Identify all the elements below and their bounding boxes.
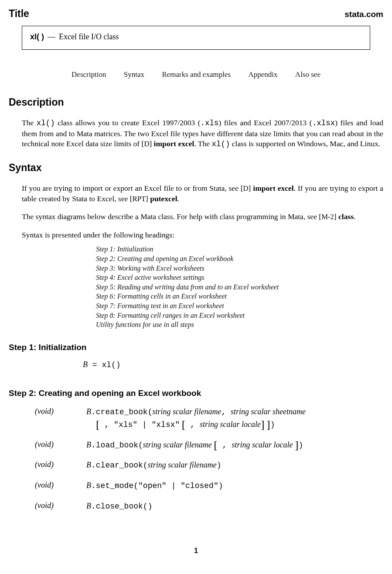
toc-step-3[interactable]: Step 3: Working with Excel worksheets: [96, 264, 383, 273]
step1-init: B = xl(): [83, 360, 383, 369]
txt: class is supported on Windows, Mac, and …: [230, 139, 380, 148]
header-row: Title stata.com: [9, 8, 383, 20]
arg: string scalar filename: [152, 407, 221, 416]
arg: string scalar filename: [148, 461, 217, 469]
toc-step-5[interactable]: Step 5: Reading and writing data from an…: [96, 282, 383, 292]
txt: . The: [194, 139, 211, 148]
return-type: (void): [35, 439, 86, 460]
description-heading: Description: [9, 96, 383, 108]
nav-syntax[interactable]: Syntax: [124, 70, 144, 79]
var-b: B: [86, 440, 91, 449]
row-create-book: (void) B.create_book(string scalar filen…: [35, 406, 306, 439]
signature: B.set_mode("open" | "closed"): [86, 480, 306, 500]
syntax-table: (void) B.create_book(string scalar filen…: [35, 406, 306, 521]
arg: string scalar sheetname: [231, 407, 306, 416]
description-para: The xl() class allows you to create Exce…: [22, 118, 383, 150]
nav-row: Description Syntax Remarks and examples …: [9, 70, 383, 79]
fn-name: load_book: [96, 441, 138, 450]
var-b: B: [83, 360, 88, 369]
toc-step-8[interactable]: Step 8: Formatting cell ranges in an Exc…: [96, 311, 383, 320]
toc-step-6[interactable]: Step 6: Formatting cells in an Excel wor…: [96, 292, 383, 301]
code: .xlsx: [312, 119, 335, 127]
syntax-body: If you are trying to import or export an…: [22, 183, 383, 330]
ref: D: [243, 184, 249, 192]
txt: ]: [334, 212, 338, 221]
txt: If you are trying to import or export an…: [22, 184, 243, 192]
description-body: The xl() class allows you to create Exce…: [22, 118, 383, 150]
toc-step-2[interactable]: Step 2: Creating and opening an Excel wo…: [96, 254, 383, 264]
ref-bold: import excel: [253, 184, 293, 192]
toc-step-4[interactable]: Step 4: Excel active worksheet settings: [96, 273, 383, 282]
lit: "xlsx": [152, 420, 180, 429]
code: xl(): [37, 119, 55, 127]
title-dash: —: [48, 32, 55, 41]
dot: .: [91, 502, 96, 511]
fn-name: close_book: [96, 502, 143, 511]
code: xl(): [211, 140, 230, 148]
page-title: Title: [9, 8, 29, 20]
fn-name: clear_book: [96, 461, 143, 470]
step2-heading: Step 2: Creating and opening an Excel wo…: [9, 388, 383, 398]
return-type: (void): [35, 480, 86, 500]
nav-also-see[interactable]: Also see: [295, 70, 320, 79]
return-type: (void): [35, 459, 86, 480]
txt: ]: [249, 184, 253, 192]
eq: =: [88, 361, 102, 369]
var-b: B: [86, 407, 91, 416]
ref-bold: class: [338, 212, 354, 221]
code: .xls: [200, 119, 218, 127]
ref-bold: putexcel: [150, 194, 177, 203]
fn-xl: xl(): [102, 361, 120, 369]
txt: class allows you to create Excel 1997/20…: [55, 118, 201, 127]
dot: .: [91, 408, 96, 416]
txt: The: [22, 118, 37, 127]
syntax-heading: Syntax: [9, 162, 383, 174]
site-link[interactable]: stata.com: [344, 10, 383, 19]
syntax-para-3: Syntax is presented under the following …: [22, 230, 383, 241]
signature: B.close_book(): [86, 500, 306, 521]
syntax-toc: Step 1: Initialization Step 2: Creating …: [96, 244, 383, 329]
row-set-mode: (void) B.set_mode("open" | "closed"): [35, 480, 306, 500]
dot: .: [91, 441, 96, 450]
txt: ]: [146, 194, 150, 203]
title-box: xl( ) — Excel file I/O class: [22, 26, 370, 50]
step1-heading: Step 1: Initialization: [9, 343, 383, 352]
arg: string scalar locale: [232, 440, 293, 449]
row-clear-book: (void) B.clear_book(string scalar filena…: [35, 459, 306, 480]
dot: .: [91, 461, 96, 470]
ref-bold: import excel: [154, 139, 194, 148]
arg: string scalar filename: [143, 440, 212, 449]
signature: B.create_book(string scalar filename, st…: [86, 406, 306, 439]
toc-step-1[interactable]: Step 1: Initialization: [96, 244, 383, 254]
arg: string scalar locale: [200, 420, 261, 429]
txt: .: [354, 212, 355, 221]
signature: B.clear_book(string scalar filename): [86, 459, 306, 480]
syntax-para-2: The syntax diagrams below describe a Mat…: [22, 212, 383, 222]
fn-name: set_mode: [96, 481, 133, 490]
lit: "xls": [114, 420, 137, 429]
ref: M-2: [321, 213, 334, 221]
nav-description[interactable]: Description: [72, 70, 106, 79]
signature: B.load_book(string scalar filename [ , s…: [86, 439, 306, 460]
ref: RPT: [133, 195, 146, 203]
txt: ) files and Excel 2007/2013 (: [218, 118, 312, 127]
var-b: B: [86, 461, 91, 469]
syntax-para-1: If you are trying to import or export an…: [22, 183, 383, 204]
var-b: B: [86, 502, 91, 510]
toc-utility[interactable]: Utility functions for use in all steps: [96, 320, 383, 330]
nav-remarks[interactable]: Remarks and examples: [162, 70, 231, 79]
return-type: (void): [35, 406, 86, 439]
txt: ]: [149, 139, 153, 148]
var-b: B: [86, 481, 91, 490]
row-load-book: (void) B.load_book(string scalar filenam…: [35, 439, 306, 460]
title-fn: xl( ): [30, 32, 44, 41]
txt: .: [177, 194, 179, 203]
return-type: (void): [35, 500, 86, 521]
txt: The syntax diagrams below describe a Mat…: [22, 212, 321, 221]
lit: "open": [138, 481, 167, 490]
title-desc: Excel file I/O class: [59, 32, 119, 41]
page-number: 1: [9, 547, 383, 555]
toc-step-7[interactable]: Step 7: Formatting text in an Excel work…: [96, 301, 383, 311]
nav-appendix[interactable]: Appendix: [248, 70, 277, 79]
dot: .: [91, 481, 96, 490]
